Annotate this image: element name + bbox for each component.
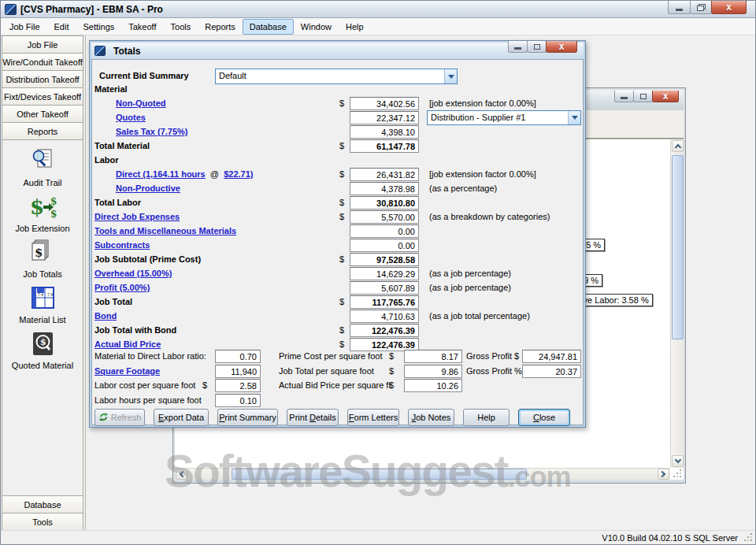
refresh-icon <box>98 412 111 424</box>
statusbar-resize-grip[interactable] <box>743 532 754 543</box>
row-label[interactable]: Bond <box>94 311 117 321</box>
value-field[interactable]: 122,476.39 <box>350 324 419 337</box>
row-label[interactable]: Overhead (15.00%) <box>94 269 172 278</box>
dropdown-arrow-icon <box>444 69 457 83</box>
sidebar-button-wire-conduit-takeoff[interactable]: Wire/Conduit Takeoff <box>2 53 83 71</box>
sidebar-button-distribution-takeoff[interactable]: Distribution Takeoff <box>2 70 83 88</box>
minimize-icon <box>676 9 683 11</box>
value-field[interactable]: 97,528.58 <box>350 253 419 266</box>
horizontal-scroll-thumb[interactable] <box>232 469 527 480</box>
value-field[interactable]: 30,810.80 <box>350 196 419 209</box>
menu-item-tools[interactable]: Tools <box>164 19 198 35</box>
value-field[interactable]: 0.00 <box>350 224 419 238</box>
value-field[interactable]: 4,378.98 <box>350 182 419 195</box>
dialog-button-print-summary[interactable]: Print Summary <box>217 409 278 426</box>
menu-item-settings[interactable]: Settings <box>76 19 122 35</box>
stat-value-field[interactable]: 10.26 <box>404 379 462 392</box>
resize-grip[interactable] <box>672 469 683 479</box>
dialog-button-job-notes[interactable]: Job Notes <box>408 409 454 426</box>
dialog-maximize-button[interactable] <box>527 41 547 53</box>
row-label[interactable]: Sales Tax (7.75%) <box>116 127 188 136</box>
bg-maximize-button[interactable] <box>633 91 653 102</box>
svg-text:7.4: 7.4 <box>47 292 53 297</box>
sidebar-report-job-totals[interactable]: $Job Totals <box>2 239 83 279</box>
value-field[interactable]: 4,398.10 <box>350 125 419 139</box>
dialog-button-help[interactable]: Help <box>463 409 510 426</box>
value-field[interactable]: 26,431.82 <box>350 168 419 181</box>
value-field[interactable]: 34,402.56 <box>350 97 419 110</box>
sidebar-button-database[interactable]: Database <box>2 495 83 513</box>
sidebar-report-material-list[interactable]: 7.47.4Material List <box>2 284 83 324</box>
stat-value-field[interactable]: 24,947.81 <box>522 350 581 363</box>
svg-text:$: $ <box>50 209 57 220</box>
value-field[interactable]: 4,710.63 <box>350 310 419 323</box>
row-label[interactable]: Non-Quoted <box>116 98 166 108</box>
sidebar-button-other-takeoff[interactable]: Other Takeoff <box>2 105 83 123</box>
sidebar-report-job-extension[interactable]: $$$Job Extension <box>2 193 83 233</box>
scroll-right-button[interactable] <box>658 469 669 480</box>
row-label[interactable]: Quotes <box>116 113 146 122</box>
close-button[interactable]: x <box>711 1 747 14</box>
row-label[interactable]: Direct Job Expenses <box>94 212 180 221</box>
stat-value-field[interactable]: 20.37 <box>522 365 581 378</box>
sidebar-button-tools[interactable]: Tools <box>2 513 83 531</box>
menu-item-database[interactable]: Database <box>243 19 294 35</box>
sidebar-button-reports[interactable]: Reports <box>2 122 83 140</box>
restore-button[interactable] <box>690 1 712 14</box>
scroll-up-button[interactable] <box>672 140 684 152</box>
dialog-close-button[interactable]: x <box>546 41 577 53</box>
minimize-button[interactable] <box>668 1 691 14</box>
row-link[interactable]: $22.71) <box>224 169 253 179</box>
horizontal-scrollbar[interactable] <box>175 468 670 480</box>
stat-value-field[interactable]: 0.10 <box>215 394 261 407</box>
menu-item-edit[interactable]: Edit <box>47 19 76 35</box>
dialog-button-close[interactable]: Close <box>518 409 570 426</box>
row-label: Job Total with Bond <box>94 325 176 335</box>
stat-value-field[interactable]: 2.58 <box>215 379 261 392</box>
value-field[interactable]: 61,147.78 <box>350 139 419 153</box>
dialog-button-export-data[interactable]: Export Data <box>154 409 209 426</box>
value-field[interactable]: 117,765.76 <box>350 295 419 309</box>
menu-item-reports[interactable]: Reports <box>198 19 243 35</box>
dialog-minimize-button[interactable] <box>508 41 528 53</box>
menu-item-job-file[interactable]: Job File <box>2 19 47 35</box>
bg-close-button[interactable]: x <box>652 91 679 102</box>
row-label[interactable]: Non-Productive <box>116 184 180 193</box>
dialog-button-print-details[interactable]: Print Details <box>287 409 339 426</box>
value-field[interactable]: 5,607.89 <box>350 281 419 295</box>
menu-item-takeoff[interactable]: Takeoff <box>121 19 163 35</box>
dialog-button-form-letters[interactable]: Form Letters <box>347 409 399 426</box>
value-field[interactable]: 0.00 <box>350 239 419 252</box>
menu-item-window[interactable]: Window <box>294 19 339 35</box>
menu-item-help[interactable]: Help <box>339 19 371 35</box>
sidebar-button-job-file[interactable]: Job File <box>2 35 83 54</box>
stat-value-field[interactable]: 9.86 <box>404 365 462 378</box>
stat-label-square-footage[interactable]: Square Footage <box>94 366 160 376</box>
supplier-select[interactable]: Distribution - Supplier #1 <box>427 110 581 125</box>
stat-value-field[interactable]: 11,940 <box>215 365 261 378</box>
row-label[interactable]: Profit (5.00%) <box>94 283 150 292</box>
stat-label-gross-profit: Gross Profit % <box>466 366 522 376</box>
value-field[interactable]: 5,570.00 <box>350 210 419 224</box>
scroll-left-button[interactable] <box>176 469 187 480</box>
row-label[interactable]: Direct (1,164.11 hours @ $22.71) <box>116 169 253 179</box>
value-field[interactable]: 14,629.29 <box>350 267 419 280</box>
row-label[interactable]: Actual Bid Price <box>94 339 161 349</box>
svg-text:$: $ <box>30 195 44 219</box>
row-label[interactable]: Subcontracts <box>94 240 150 250</box>
sidebar-report-audit-trail[interactable]: Audit Trail <box>2 147 83 187</box>
row-label[interactable]: Tools and Miscellaneous Materials <box>94 226 236 235</box>
row-link[interactable]: Direct (1,164.11 hours <box>116 169 206 179</box>
svg-text:$: $ <box>35 246 43 260</box>
vertical-scroll-thumb[interactable] <box>672 155 684 339</box>
stat-value-field[interactable]: 8.17 <box>404 350 462 363</box>
bg-minimize-button[interactable] <box>614 91 634 102</box>
stat-value-field[interactable]: 0.70 <box>215 350 261 363</box>
close-icon: x <box>726 3 732 11</box>
scroll-down-button[interactable] <box>672 455 684 467</box>
sidebar-button-fixt-devices-takeoff[interactable]: Fixt/Devices Takeoff <box>2 87 83 106</box>
value-field[interactable]: 22,347.12 <box>350 111 419 124</box>
vertical-scrollbar[interactable] <box>670 139 684 468</box>
bid-summary-select[interactable]: Default <box>215 69 458 84</box>
sidebar-report-quoted-material[interactable]: $Quoted Material <box>2 330 83 370</box>
